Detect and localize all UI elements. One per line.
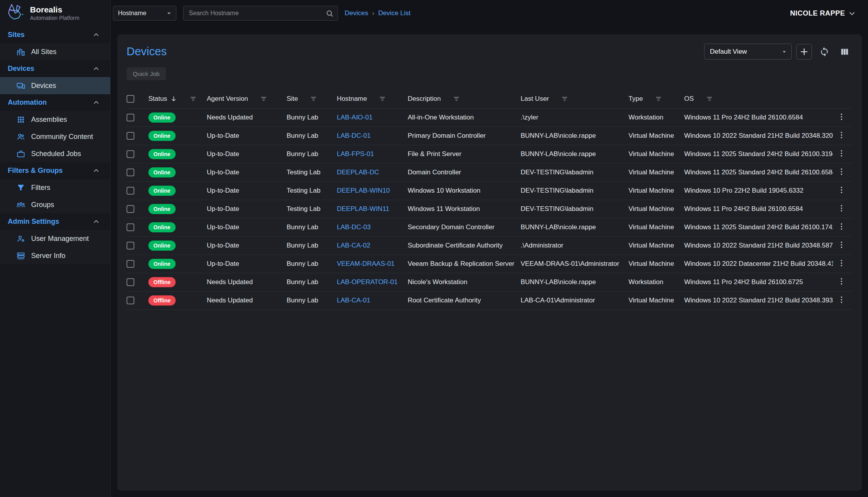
cell-description: Windows 10 Workstation [408,181,521,200]
breadcrumb-devices[interactable]: Devices [345,9,368,17]
cell-os: Windows 10 2022 Standard 21H2 Build 2034… [684,126,833,145]
row-actions-button[interactable] [836,130,847,140]
row-checkbox[interactable] [127,187,134,195]
row-checkbox[interactable] [127,205,134,213]
column-header-os[interactable]: OS [684,90,833,108]
filter-list-icon[interactable] [561,95,569,103]
table-row: OnlineUp-to-DateTesting LabDEEPLAB-WIN11… [127,200,852,218]
row-checkbox[interactable] [127,278,134,286]
cell-type: Virtual Machine [629,181,684,200]
search-icon[interactable] [326,9,334,18]
row-checkbox[interactable] [127,132,134,140]
row-checkbox[interactable] [127,223,134,231]
filter-list-icon[interactable] [655,95,662,103]
filter-list-icon[interactable] [260,95,268,103]
status-badge: Online [148,131,176,141]
sidebar-item-scheduled-jobs[interactable]: Scheduled Jobs [0,145,110,162]
row-actions-button[interactable] [836,166,847,177]
hostname-link[interactable]: LAB-AIO-01 [337,114,373,121]
cell-select [127,163,148,181]
row-checkbox[interactable] [127,297,134,304]
status-badge: Offline [148,295,176,306]
sidebar-section-sites[interactable]: Sites [0,26,110,43]
row-actions-button[interactable] [836,258,847,269]
cell-actions [833,218,852,236]
column-header-hostname[interactable]: Hostname [337,90,408,108]
hostname-link[interactable]: DEEPLAB-DC [337,169,379,176]
sidebar-item-server-info[interactable]: Server Info [0,247,110,264]
page-title: Devices [127,45,167,58]
cell-last-user: .\Administrator [521,236,629,255]
column-header-site[interactable]: Site [287,90,337,108]
hostname-link[interactable]: DEEPLAB-WIN11 [337,205,389,212]
search-input[interactable] [188,9,326,17]
view-select[interactable]: Default View [704,44,792,60]
breadcrumb-device-list[interactable]: Device List [378,9,410,17]
column-header-type[interactable]: Type [629,90,684,108]
cell-os: Windows 11 Pro 24H2 Build 26100.6584 [684,200,833,218]
hostname-link[interactable]: LAB-CA-02 [337,242,370,249]
sidebar-section-automation[interactable]: Automation [0,94,110,111]
add-view-button[interactable] [796,44,812,60]
row-actions-button[interactable] [836,239,847,250]
sidebar-section-label: Admin Settings [8,218,59,226]
filter-list-icon[interactable] [379,95,386,103]
hostname-link[interactable]: LAB-OPERATOR-01 [337,278,398,286]
hostname-filter-select[interactable]: Hostname [113,6,176,21]
sidebar-section-filters-groups[interactable]: Filters & Groups [0,162,110,179]
sidebar-item-user-management[interactable]: User Management [0,230,110,247]
column-label: Type [629,95,643,103]
column-header-status[interactable]: Status [148,90,207,108]
columns-icon [840,47,850,57]
devices-icon [16,81,25,90]
row-actions-button[interactable] [836,276,847,287]
column-header-agent-version[interactable]: Agent Version [207,90,287,108]
column-header-last-user[interactable]: Last User [521,90,629,108]
row-actions-button[interactable] [836,111,847,122]
quick-job-button[interactable]: Quick Job [127,67,166,80]
row-checkbox[interactable] [127,150,134,158]
row-checkbox[interactable] [127,114,134,121]
hostname-link[interactable]: DEEPLAB-WIN10 [337,187,390,194]
cell-status: Online [148,163,207,181]
sidebar-item-community-content[interactable]: Community Content [0,128,110,145]
filter-list-icon[interactable] [310,95,317,103]
select-all-checkbox[interactable] [127,95,134,103]
row-actions-button[interactable] [836,221,847,232]
row-checkbox[interactable] [127,242,134,249]
refresh-button[interactable] [817,44,832,60]
hostname-link[interactable]: LAB-DC-01 [337,132,371,139]
row-actions-button[interactable] [836,294,847,305]
sidebar-item-assemblies[interactable]: Assemblies [0,111,110,128]
row-actions-button[interactable] [836,184,847,195]
cell-os: Windows 11 Pro 24H2 Build 26100.6584 [684,108,833,126]
cell-status: Offline [148,291,207,309]
filter-list-icon[interactable] [452,95,460,103]
row-actions-button[interactable] [836,148,847,159]
column-header-description[interactable]: Description [408,90,521,108]
sidebar-item-devices[interactable]: Devices [0,77,110,94]
user-menu[interactable]: NICOLE RAPPE [790,9,856,18]
cell-actions [833,291,852,309]
cell-status: Online [148,108,207,126]
sidebar-item-all-sites[interactable]: All Sites [0,43,110,60]
sidebar-item-groups[interactable]: Groups [0,196,110,213]
hostname-link[interactable]: LAB-CA-01 [337,297,370,304]
sidebar-section-label: Sites [8,31,25,39]
row-actions-button[interactable] [836,203,847,214]
hostname-link[interactable]: LAB-DC-03 [337,223,371,231]
cell-select [127,108,148,126]
hostname-link[interactable]: VEEAM-DRAAS-01 [337,260,394,267]
sidebar-section-devices[interactable]: Devices [0,60,110,77]
hostname-link[interactable]: LAB-FPS-01 [337,150,374,158]
row-checkbox[interactable] [127,169,134,176]
sidebar-item-filters[interactable]: Filters [0,179,110,196]
row-checkbox[interactable] [127,260,134,268]
sidebar: Borealis Automation Platform SitesAll Si… [0,0,111,497]
groups-icon [16,200,25,209]
filter-list-icon[interactable] [189,95,197,103]
filter-list-icon[interactable] [706,95,713,103]
cell-description: File & Print Server [408,145,521,163]
sidebar-section-admin-settings[interactable]: Admin Settings [0,213,110,230]
columns-button[interactable] [837,44,852,60]
